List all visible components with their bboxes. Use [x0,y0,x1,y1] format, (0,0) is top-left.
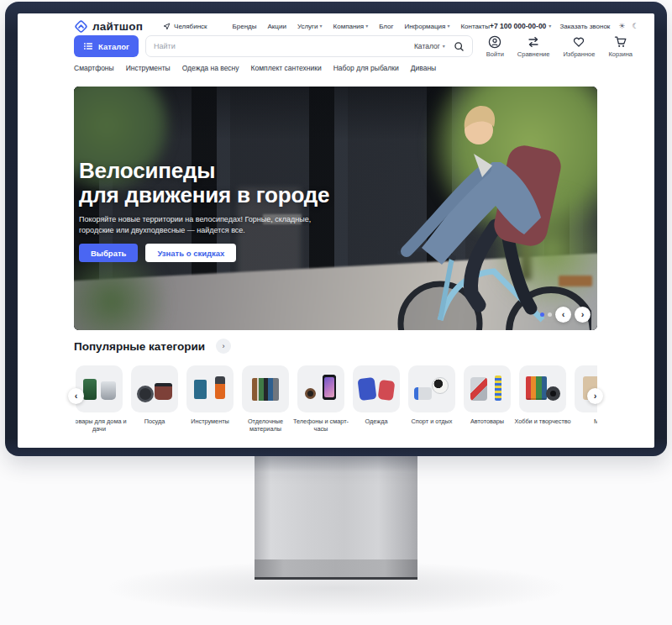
category-card-label: Телефоны и смарт-часы [291,418,350,433]
category-card-image [519,365,566,412]
topbar-menu: БрендыАкцииУслуги▾Компания▾БлогИнформаци… [233,23,490,30]
quick-link[interactable]: Набор для рыбалки [333,64,399,72]
request-call-link[interactable]: Заказать звонок [559,23,610,30]
hero-title-line2: для движения в городе [79,183,356,207]
hero-carousel-controls: ‹ › [540,307,591,323]
account-item-label: Избранное [563,50,595,58]
catalog-button-label: Каталог [98,42,129,51]
category-art-shape [215,376,225,399]
chevron-down-icon: ▾ [447,24,449,29]
chevron-down-icon: ▾ [365,24,368,29]
category-card[interactable]: Хобби и творчество [519,365,566,433]
chevron-down-icon: ▾ [320,24,323,29]
category-art-shape [378,380,396,401]
hero-choose-button[interactable]: Выбрать [79,244,138,262]
category-art-shape [323,375,336,400]
category-card-label: Посуда [125,418,184,425]
category-card[interactable]: Телефоны и смарт-часы [297,365,344,433]
topbar-menu-item[interactable]: Блог [379,23,393,30]
category-card-label: Автотовары [458,418,517,425]
account-item-корзина[interactable]: Корзина [608,35,633,58]
hero-title-line1: Велосипеды [79,159,356,183]
user-icon [488,35,501,49]
location-icon [163,23,171,30]
moon-icon[interactable]: ☾ [632,22,638,30]
category-card[interactable]: Одежда [353,365,400,433]
category-card-image [131,365,178,412]
categories-next-button[interactable]: › [587,388,603,404]
topbar-menu-item[interactable]: Акции [268,23,286,30]
category-art-shape [526,376,547,400]
category-card[interactable]: Отделочные материалы [242,365,289,433]
phone-text: +7 100 000-00-00 [490,22,546,30]
heart-icon [572,35,585,49]
hero-buttons: Выбрать Узнать о скидках [79,244,356,262]
topbar-menu-item[interactable]: Контакты [460,23,490,30]
browser-screen: лайтшоп Челябинск БрендыАкцииУслуги▾Комп… [18,13,654,448]
category-card-image [186,365,234,412]
monitor-bezel: лайтшоп Челябинск БрендыАкцииУслуги▾Комп… [5,2,667,456]
categories-prev-button[interactable]: ‹ [68,388,84,404]
logo[interactable]: лайтшоп [74,19,143,34]
quick-links: СмартфоныИнструментыОдежда на веснуКомпл… [74,62,633,74]
account-item-сравнение[interactable]: Сравнение [517,35,550,58]
search-category-value: Каталог [414,42,440,50]
phone-number[interactable]: +7 100 000-00-00 ▾ [490,22,551,30]
account-item-label: Сравнение [517,50,550,58]
category-card-label: Одежда [347,418,406,425]
category-art-shape [83,379,97,400]
hero-discounts-button[interactable]: Узнать о скидках [145,244,236,262]
topbar-menu-item[interactable]: Бренды [233,23,257,30]
catalog-button[interactable]: Каталог [74,35,139,57]
category-card-image [408,365,455,412]
account-item-избранное[interactable]: Избранное [563,35,595,58]
topbar-menu-item[interactable]: Информация▾ [404,23,449,30]
search-icon[interactable] [454,41,465,52]
category-card[interactable]: Спорт и отдых [408,365,455,433]
quick-link[interactable]: Комплект сантехники [251,64,322,72]
account-item-войти[interactable]: Войти [486,35,504,58]
category-card-label: Инструменты [181,418,239,425]
carousel-dot[interactable] [548,312,552,317]
account-item-label: Войти [486,50,504,58]
category-art-shape [137,386,154,402]
account-menu: ВойтиСравнениеИзбранноеКорзина [486,35,633,58]
topbar-menu-item[interactable]: Услуги▾ [297,23,323,30]
category-card-image [297,365,344,412]
city-name: Челябинск [174,23,207,30]
hero-banner: Велосипеды для движения в городе Покоряй… [74,87,597,330]
hero-copy: Велосипеды для движения в городе Покоряй… [79,159,356,262]
hero-prev-button[interactable]: ‹ [555,307,571,323]
category-card-image [242,365,289,412]
category-card[interactable]: Посуда [131,365,178,433]
category-card-image [464,365,511,412]
search-box: Каталог ▾ [145,35,473,57]
quick-link[interactable]: Диваны [411,64,436,72]
quick-link[interactable]: Одежда на весну [182,64,239,72]
quick-link[interactable]: Инструменты [126,64,171,72]
sun-icon[interactable]: ☀ [618,22,625,30]
category-art-shape [495,376,501,401]
search-input[interactable] [154,42,414,50]
carousel-dot-active[interactable] [540,312,544,317]
category-card-label: Спорт и отдых [402,418,461,425]
category-art-shape [194,380,207,399]
chevron-down-icon: ▾ [443,44,445,49]
compare-icon [527,35,540,49]
category-art-shape [432,377,449,394]
quick-link[interactable]: Смартфоны [74,64,114,72]
category-art-shape [101,381,116,400]
category-card[interactable]: Автотовары [464,365,511,433]
categories-track: Товары для дома и дачиПосудаИнструментыО… [76,365,597,433]
hero-next-button[interactable]: › [575,307,591,323]
category-card[interactable]: Инструменты [186,365,234,433]
city-selector[interactable]: Челябинск [163,23,207,30]
account-item-label: Корзина [608,50,633,58]
header-topbar: лайтшоп Челябинск БрендыАкцииУслуги▾Комп… [74,17,633,35]
categories-title-arrow[interactable]: › [216,339,231,354]
topbar-menu-item[interactable]: Компания▾ [333,23,369,30]
search-category-select[interactable]: Каталог ▾ [414,42,445,50]
category-card-label: Хобби и творчество [513,418,572,425]
category-art-shape [305,388,316,399]
category-card-image [353,365,400,412]
